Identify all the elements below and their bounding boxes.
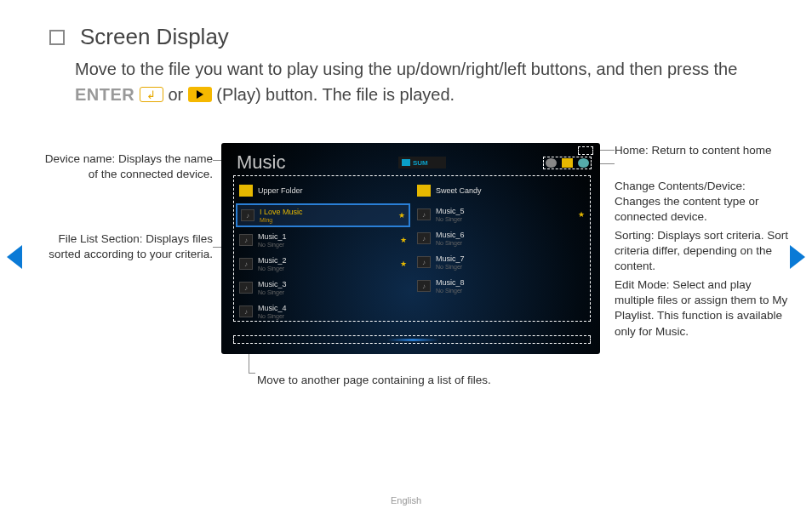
page-indicator[interactable] (233, 335, 591, 344)
callout-sorting: Sorting: Displays sort criteria. Sort cr… (615, 228, 792, 275)
callout-page-nav: Move to another page containing a list o… (257, 373, 598, 388)
row-title: Music_4 (258, 305, 407, 312)
page-title: Screen Display (80, 24, 229, 50)
file-list-section: Upper Folder ♪ I Love Music Ming ★ ♪ Mus… (233, 175, 591, 322)
file-row[interactable]: ♪ Music_5No Singer ★ (414, 203, 588, 226)
instruction-text: Move to the file you want to play using … (75, 56, 739, 107)
file-row[interactable]: ♪ Music_6No Singer (414, 227, 588, 249)
instruction-post: (Play) button. The file is played. (216, 85, 455, 104)
enter-label: ENTER (75, 85, 134, 104)
file-row[interactable]: ♪ I Love Music Ming ★ (236, 203, 410, 227)
file-row[interactable]: ♪ Music_7No Singer (414, 251, 588, 273)
usb-icon (402, 159, 410, 166)
row-title: Music_3 (258, 281, 407, 288)
enter-button-icon (140, 87, 163, 102)
row-subtitle: No Singer (258, 266, 397, 271)
music-note-icon: ♪ (417, 208, 431, 220)
row-subtitle: No Singer (258, 289, 407, 295)
callout-device-name: Device name: Displays the name of the co… (44, 151, 213, 182)
row-title: Music_6 (436, 231, 585, 239)
instruction-or: or (168, 85, 187, 104)
footer-language: English (0, 495, 812, 505)
file-row[interactable]: ♪ Music_3No Singer (236, 277, 410, 299)
row-title: Music_1 (258, 233, 397, 241)
folder-row[interactable]: Sweet Candy (414, 180, 588, 202)
row-subtitle: No Singer (258, 242, 397, 248)
favorite-star-icon: ★ (578, 210, 585, 219)
row-subtitle: No Singer (436, 216, 575, 222)
row-title: Music_8 (436, 279, 585, 287)
file-row[interactable]: ♪ Music_1No Singer ★ (236, 229, 410, 251)
row-subtitle: No Singer (436, 264, 585, 270)
file-column-left: Upper Folder ♪ I Love Music Ming ★ ♪ Mus… (236, 180, 410, 323)
music-note-icon: ♪ (239, 282, 253, 294)
row-title: Music_7 (436, 255, 585, 263)
toolbar-icons (543, 157, 592, 169)
row-title: I Love Music (260, 208, 395, 216)
file-row[interactable]: ♪ Music_2No Singer ★ (236, 253, 410, 275)
content-section-title: Music (237, 151, 285, 174)
callout-edit-mode: Edit Mode: Select and play multiple file… (615, 277, 792, 340)
sort-icon[interactable] (546, 158, 557, 168)
next-page-arrow[interactable] (790, 245, 805, 269)
music-note-icon: ♪ (241, 209, 254, 221)
upper-folder-row[interactable]: Upper Folder (236, 180, 410, 202)
music-note-icon: ♪ (239, 305, 253, 317)
row-subtitle: No Singer (258, 313, 407, 319)
row-label: Sweet Candy (436, 187, 585, 195)
row-title: Music_5 (436, 208, 575, 215)
row-subtitle: Ming (260, 217, 395, 223)
music-note-icon: ♪ (417, 232, 431, 244)
home-icon-box[interactable] (578, 146, 593, 155)
callout-home: Home: Return to content home (615, 143, 792, 158)
music-note-icon: ♪ (417, 280, 431, 292)
file-column-right: Sweet Candy ♪ Music_5No Singer ★ ♪ Music… (414, 180, 588, 323)
tv-screen: Music SUM Upper Folder ♪ I Love Music Mi… (221, 143, 600, 354)
device-badge[interactable]: SUM (398, 157, 446, 168)
file-row[interactable]: ♪ Music_4No Singer (236, 300, 410, 323)
edit-mode-icon[interactable] (578, 158, 589, 168)
row-subtitle: No Singer (436, 288, 585, 294)
change-contents-icon[interactable] (562, 158, 573, 168)
instruction-pre: Move to the file you want to play using … (75, 60, 737, 78)
prev-page-arrow[interactable] (7, 245, 22, 269)
section-bullet-icon (49, 30, 65, 45)
favorite-star-icon: ★ (400, 260, 407, 268)
music-note-icon: ♪ (417, 256, 431, 268)
music-note-icon: ♪ (239, 234, 253, 246)
row-label: Upper Folder (258, 187, 407, 195)
row-subtitle: No Singer (436, 240, 585, 246)
music-note-icon: ♪ (239, 258, 253, 270)
callout-change-contents: Change Contents/Device: Changes the cont… (615, 179, 792, 226)
favorite-star-icon: ★ (398, 211, 405, 220)
file-row[interactable]: ♪ Music_8No Singer (414, 275, 588, 297)
folder-icon (417, 185, 431, 197)
folder-icon (239, 185, 253, 197)
leader-line (249, 373, 255, 374)
play-button-icon (188, 87, 212, 102)
row-title: Music_2 (258, 257, 397, 265)
callout-file-list: File List Section: Displays files sorted… (44, 231, 213, 262)
device-label: SUM (413, 159, 428, 167)
favorite-star-icon: ★ (400, 236, 407, 244)
